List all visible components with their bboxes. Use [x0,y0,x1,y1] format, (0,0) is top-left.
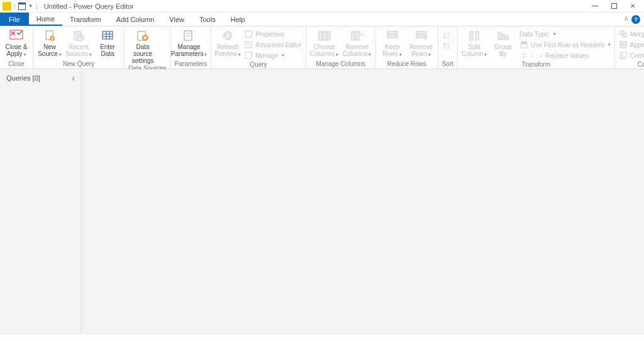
collapse-pane-icon[interactable] [72,73,75,83]
group-label: Close [4,60,29,69]
manage-parameters-button[interactable]: Manage Parameters▾ [175,28,204,58]
sort-asc-button[interactable]: AZ [442,30,453,40]
label: Close & Apply▾ [4,43,29,58]
svg-rect-23 [328,31,330,40]
svg-rect-34 [470,31,473,40]
refresh-preview-button[interactable]: Refresh Preview▾ [215,28,240,58]
qat-dropdown-icon[interactable]: ▼ [28,3,33,9]
menu-bar: File Home Transform Add Column View Tool… [0,13,644,26]
svg-rect-38 [506,36,508,40]
status-bar [0,333,644,341]
append-queries-button[interactable]: Append Queries▾ [619,40,644,50]
collapse-ribbon-icon[interactable]: ᐱ [625,16,628,22]
group-transform: Split Column▾ Group By Data Type:▾ Use F… [458,26,615,69]
menu-transform[interactable]: Transform [62,13,109,26]
svg-rect-42 [623,33,626,37]
ribbon: Close & Apply▾ Close New Source▾ Recent … [0,26,644,69]
group-label: Sort [442,60,453,69]
group-combine: Merge Queries▾ Append Queries▾ Combine F… [615,26,644,69]
svg-rect-26 [387,31,397,34]
combine-files-button[interactable]: Combine Files [619,50,644,60]
merge-queries-button[interactable]: Merge Queries▾ [619,29,644,39]
svg-rect-16 [245,31,252,37]
append-icon [619,40,628,49]
remove-rows-button[interactable]: Remove Rows▾ [409,28,434,58]
menu-tools[interactable]: Tools [192,13,223,26]
group-label: Manage Columns [310,60,372,69]
minimize-button[interactable] [591,3,599,10]
svg-rect-21 [319,31,322,40]
svg-rect-35 [475,31,479,40]
menu-file[interactable]: File [0,13,29,26]
settings-icon [135,29,150,43]
separator: | [36,3,38,10]
first-row-headers-button[interactable]: Use First Row as Headers▾ [519,40,611,50]
data-type-button[interactable]: Data Type:▾ [519,29,611,39]
sort-desc-button[interactable]: ZA [442,41,453,51]
svg-rect-22 [323,31,326,40]
svg-rect-17 [245,42,252,48]
replace-values-button[interactable]: 1→2 Replace Values [519,50,611,60]
title-bar: | ▼ | Untitled - Power Query Editor [0,0,644,13]
svg-rect-46 [622,52,626,57]
group-manage-columns: Choose Columns▾ Remove Columns▾ Manage C… [306,26,376,69]
split-icon [467,29,482,43]
group-sort: AZ ZA Sort [438,26,458,69]
merge-icon [619,30,628,38]
svg-point-12 [144,36,147,39]
new-source-icon [42,29,57,43]
save-icon[interactable] [18,3,26,10]
editor-icon [244,40,253,49]
menu-add-column[interactable]: Add Column [109,13,162,26]
choose-columns-button[interactable]: Choose Columns▾ [310,28,339,58]
refresh-icon [220,29,235,43]
menu-help[interactable]: Help [223,13,253,26]
recent-sources-icon [71,29,86,43]
window-controls [591,3,641,10]
group-by-button[interactable]: Group By [491,28,516,57]
workspace: Queries [0] [0,69,644,341]
maximize-button[interactable] [610,3,618,10]
separator: | [14,3,16,10]
menu-home[interactable]: Home [29,13,62,26]
app-logo-icon [3,2,11,11]
group-label: Reduce Rows [380,60,434,69]
svg-rect-20 [245,52,252,59]
manage-button[interactable]: Manage▾ [244,50,301,60]
group-query: Refresh Preview▾ Properties Advanced Edi… [211,26,306,69]
queries-pane-title: Queries [0] [6,74,40,82]
menu-view[interactable]: View [162,13,192,26]
svg-text:Z: Z [447,35,450,39]
svg-rect-36 [498,32,501,40]
split-column-button[interactable]: Split Column▾ [462,28,487,58]
svg-text:A: A [447,46,450,50]
group-label: Combine [619,60,644,69]
close-apply-icon [9,29,24,43]
preview-canvas [82,69,644,341]
svg-rect-27 [387,35,397,38]
queries-pane: Queries [0] [0,69,82,341]
svg-rect-37 [502,34,504,40]
choose-columns-icon [317,29,332,43]
data-source-settings-button[interactable]: Data source settings [128,28,157,64]
remove-columns-button[interactable]: Remove Columns▾ [343,28,372,58]
enter-data-button[interactable]: Enter Data [95,28,120,57]
group-close: Close & Apply▾ Close [0,26,33,69]
advanced-editor-button[interactable]: Advanced Editor [244,40,301,50]
svg-rect-24 [352,31,355,40]
close-apply-button[interactable]: Close & Apply▾ [4,28,29,58]
svg-rect-15 [186,35,191,36]
close-button[interactable] [629,3,636,10]
group-data-sources: Data source settings Data Sources [125,26,171,69]
new-source-button[interactable]: New Source▾ [37,28,62,58]
recent-sources-button[interactable]: Recent Sources▾ [66,28,91,58]
keep-rows-icon [385,29,400,43]
svg-rect-5 [103,31,113,39]
properties-button[interactable]: Properties [244,29,301,39]
svg-rect-14 [186,33,191,34]
help-icon[interactable]: ? [631,15,640,24]
remove-columns-icon [350,29,365,43]
group-parameters: Manage Parameters▾ Parameters [171,26,212,69]
keep-rows-button[interactable]: Keep Rows▾ [380,28,405,58]
window-title: Untitled - Power Query Editor [44,3,134,10]
